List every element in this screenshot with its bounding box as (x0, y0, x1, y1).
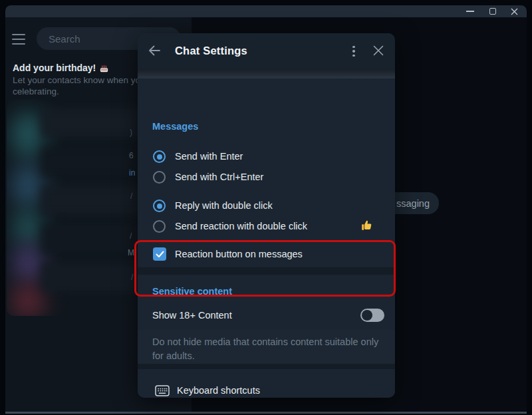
peek-fragment: ) (130, 128, 132, 137)
messages-section: Messages Send with Enter Send with Ctrl+… (138, 78, 395, 267)
peek-fragment: / (131, 273, 133, 282)
radio-send-reaction-double-click[interactable] (153, 220, 166, 233)
peek-fragment: M (128, 248, 134, 257)
peek-fragment: / (130, 192, 132, 201)
birthday-promo-title: Add your birthday! (13, 63, 109, 73)
radio-send-with-ctrl-enter-label[interactable]: Send with Ctrl+Enter (175, 172, 263, 182)
radio-send-with-ctrl-enter[interactable] (153, 171, 166, 184)
maximize-icon (489, 8, 496, 15)
close-icon (372, 44, 385, 57)
sensitive-content-section: Sensitive content Show 18+ Content (138, 275, 395, 330)
window-close-button[interactable] (504, 5, 524, 17)
toggle-knob (362, 310, 372, 321)
back-button[interactable] (147, 44, 163, 59)
sensitive-content-description: Do not hide media that contains content … (152, 335, 385, 363)
keyboard-shortcuts-label[interactable]: Keyboard shortcuts (177, 385, 260, 396)
peek-fragment: / (130, 231, 132, 241)
chat-settings-dialog: Chat Settings Messages Send with Enter S… (138, 33, 395, 398)
keyboard-shortcuts-row[interactable]: Keyboard shortcuts (138, 378, 395, 398)
main-menu-button[interactable] (12, 34, 27, 45)
window-minimize-button[interactable] (460, 5, 480, 17)
section-divider (138, 364, 395, 369)
sensitive-content-description-band: Do not hide media that contains content … (138, 330, 395, 364)
checkmark-icon (156, 251, 164, 258)
title-bar (5, 5, 527, 17)
peek-fragment: in (129, 168, 135, 178)
messages-section-header: Messages (152, 121, 198, 132)
window-maximize-button[interactable] (483, 5, 503, 17)
telegram-desktop-screenshot: Add your birthday! Let your contacts kno… (0, 0, 532, 415)
dialog-title: Chat Settings (175, 45, 247, 57)
radio-send-reaction-double-click-label[interactable]: Send reaction with double click (175, 221, 307, 231)
footer-actions-section: Keyboard shortcuts Archive settings (138, 369, 395, 398)
peek-fragment: 6 (129, 151, 134, 160)
checkbox-reaction-button-label[interactable]: Reaction button on messages (175, 249, 303, 259)
scrolled-content-strip (138, 69, 395, 78)
thumbs-up-emoji[interactable] (360, 219, 373, 231)
dialog-header: Chat Settings (138, 33, 395, 69)
radio-send-with-enter[interactable] (153, 150, 166, 163)
blurred-chat-list-image (7, 99, 140, 316)
radio-reply-double-click-label[interactable]: Reply with double click (175, 200, 273, 211)
birthday-cake-emoji (99, 63, 109, 73)
show-18plus-content-toggle[interactable] (360, 309, 384, 322)
checkbox-reaction-button[interactable] (153, 247, 166, 261)
birthday-promo-title-text: Add your birthday! (13, 63, 96, 73)
radio-reply-double-click[interactable] (153, 200, 166, 212)
show-18plus-content-label[interactable]: Show 18+ Content (152, 310, 232, 321)
back-arrow-icon (147, 44, 162, 57)
close-icon (511, 8, 518, 15)
keyboard-icon (155, 385, 170, 396)
section-divider (138, 267, 395, 275)
more-options-button[interactable] (346, 44, 361, 59)
minimize-icon (466, 11, 474, 12)
sensitive-content-header: Sensitive content (152, 286, 232, 297)
radio-send-with-enter-label[interactable]: Send with Enter (175, 151, 243, 162)
dialog-close-button[interactable] (372, 44, 386, 59)
message-bubble-text: ssaging (396, 198, 430, 209)
